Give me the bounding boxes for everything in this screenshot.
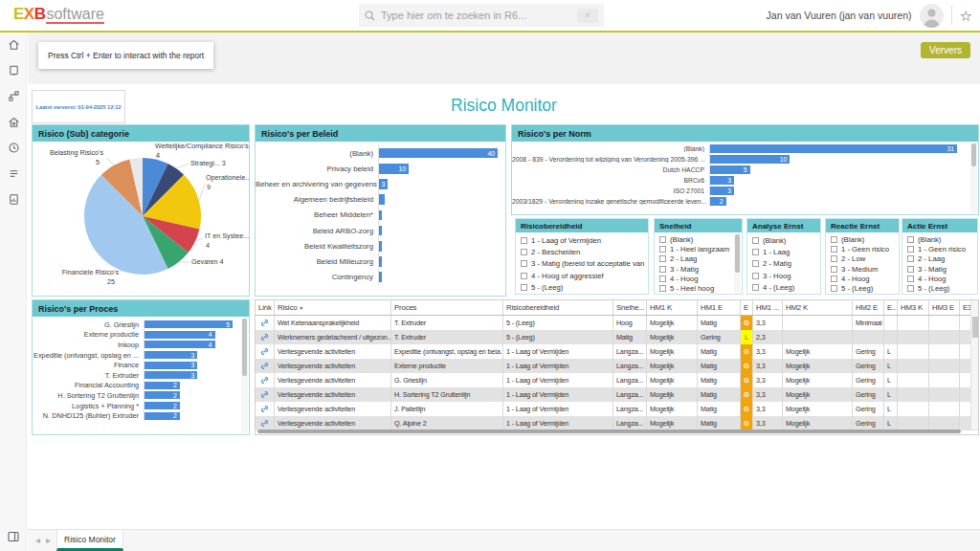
bar-row[interactable]: T. Extruder3: [33, 370, 249, 381]
bar[interactable]: 5: [710, 165, 750, 174]
bar[interactable]: 3: [145, 351, 197, 359]
bar-row[interactable]: Privacy beleid10: [256, 161, 505, 176]
filter-option[interactable]: 3 - Matig: [907, 264, 974, 274]
bar[interactable]: 40: [379, 148, 498, 159]
bar[interactable]: 2: [145, 402, 180, 409]
bar-row[interactable]: 2003/1829 - Verordening inzake genetisch…: [512, 196, 978, 207]
bar-row[interactable]: Beheer en archivering van gegevens3: [256, 176, 505, 191]
filter-option[interactable]: 2 - Laag: [659, 254, 739, 264]
table-row[interactable]: Verliesgevende activiteitenQ. Alpine 21 …: [256, 416, 978, 430]
filter-option[interactable]: (Blank): [907, 234, 974, 244]
clock-icon[interactable]: [8, 142, 20, 154]
filter-option[interactable]: 1 - Geen risico: [831, 244, 896, 253]
monitor-icon[interactable]: [8, 64, 20, 77]
table-row[interactable]: Werknemers gedetacheerd / uitgezon...T. …: [256, 330, 978, 344]
bar[interactable]: 3: [145, 362, 197, 369]
bar-row[interactable]: Beheer Middelen*: [256, 208, 505, 223]
bar[interactable]: 3: [379, 179, 388, 189]
pie-chart[interactable]: Wettelijke/Compliance Risico's4Strategi.…: [33, 142, 249, 296]
bar[interactable]: 10: [710, 155, 790, 164]
column-header[interactable]: E: [741, 300, 753, 315]
checkbox[interactable]: [521, 273, 527, 279]
building-icon[interactable]: [8, 116, 20, 128]
home-icon[interactable]: [8, 38, 20, 51]
bar-chart-proces[interactable]: G. Grieslijn5Externe productie4Inkoop4Ex…: [33, 317, 249, 434]
filter-option[interactable]: 5 - (Leeg): [521, 282, 645, 294]
link-icon[interactable]: [260, 390, 269, 399]
table-row[interactable]: Verliesgevende activiteitenH. Sortering …: [256, 387, 978, 402]
bar-row[interactable]: Logistics + Planning *2: [33, 401, 249, 411]
bar[interactable]: 10: [379, 164, 409, 174]
checkbox[interactable]: [752, 273, 759, 279]
filter-option[interactable]: 4 - Hoog: [907, 274, 974, 283]
column-header[interactable]: Link: [256, 300, 275, 315]
column-header[interactable]: HM3 K: [898, 300, 929, 315]
bar[interactable]: [379, 210, 382, 221]
bar-row[interactable]: Financial Accounting2: [33, 381, 249, 391]
filter-option[interactable]: 1 - Laag: [752, 246, 817, 257]
bar-row[interactable]: Algemeen bedrijfsbeleid: [256, 192, 505, 208]
bar-row[interactable]: BRCv63: [512, 175, 978, 186]
filter-option[interactable]: 3 - Matig: [659, 264, 739, 274]
table-row[interactable]: Wet KetenaansprakelijkheidT. Extruder5 -…: [256, 316, 978, 330]
bar-row[interactable]: N. DNHD125 (Buhler) Extruder2: [33, 410, 249, 421]
bar-row[interactable]: Externe productie4: [33, 330, 249, 341]
column-header[interactable]: Risico▼: [275, 300, 391, 315]
checkbox[interactable]: [831, 236, 837, 243]
bar[interactable]: 3: [710, 187, 734, 195]
search-clear-button[interactable]: ×: [577, 9, 598, 23]
bar-row[interactable]: Dutch HACCP5: [512, 165, 978, 175]
checkbox[interactable]: [659, 285, 666, 292]
checkbox[interactable]: [752, 284, 759, 291]
filter-option[interactable]: 5 - (Leeg): [907, 283, 974, 293]
filter-option[interactable]: 3 - Medium: [831, 264, 896, 274]
filter-option[interactable]: 1 - Heel langzaam: [659, 244, 739, 253]
bar-row[interactable]: Beleid Kwaliteitszorg: [256, 238, 505, 253]
table-row[interactable]: Verliesgevende activiteitenJ. Palletlijn…: [256, 402, 978, 416]
column-header[interactable]: HM2 E: [853, 300, 884, 315]
bar[interactable]: [379, 272, 382, 282]
bar-row[interactable]: ISO 270013: [512, 186, 978, 196]
filter-option[interactable]: 2 - Matig: [752, 258, 817, 270]
column-header[interactable]: HM1 E: [698, 300, 741, 315]
filter-option[interactable]: 5 - (Leeg): [831, 283, 896, 293]
bar[interactable]: 3: [145, 371, 197, 379]
filter-option[interactable]: 4 - Hoog: [831, 274, 896, 283]
filter-option[interactable]: 1 - Laag of Vermijden: [521, 234, 645, 246]
checkbox[interactable]: [659, 255, 666, 262]
checkbox[interactable]: [521, 237, 527, 244]
checkbox[interactable]: [831, 285, 837, 292]
checkbox[interactable]: [907, 236, 914, 243]
bar-row[interactable]: Expeditie (ontvangst, opslag en ...3: [33, 350, 249, 361]
table-vertical-scrollbar[interactable]: [970, 300, 978, 430]
bar-chart-beleid[interactable]: (Blank)40Privacy beleid10Beheer en archi…: [256, 142, 505, 296]
avatar[interactable]: [920, 4, 944, 28]
link-icon[interactable]: [260, 333, 269, 342]
bar-row[interactable]: (Blank)40: [256, 145, 505, 161]
bar[interactable]: [379, 241, 382, 252]
checkbox[interactable]: [831, 266, 837, 273]
bar[interactable]: 2: [710, 197, 726, 206]
link-icon[interactable]: [260, 419, 269, 428]
filter-option[interactable]: (Blank): [831, 234, 896, 244]
checkbox[interactable]: [659, 246, 666, 253]
bar[interactable]: 5: [145, 320, 233, 328]
checkbox[interactable]: [907, 276, 914, 282]
filter-option[interactable]: 5 - Heel hoog: [659, 283, 739, 293]
bar[interactable]: 2: [145, 391, 180, 399]
hierarchy-icon[interactable]: [8, 90, 20, 102]
bar-row[interactable]: (Blank)31: [512, 143, 978, 154]
checkbox[interactable]: [521, 249, 527, 255]
bar-row[interactable]: Finance3: [33, 360, 249, 370]
checkbox[interactable]: [907, 285, 914, 292]
scrollbar[interactable]: [241, 318, 248, 433]
bar[interactable]: [379, 226, 382, 236]
exb-logo[interactable]: EXBsoftware: [13, 5, 104, 24]
bar[interactable]: 4: [145, 331, 215, 339]
bar-chart-norm[interactable]: (Blank)312008 - 839 - Verordening tot wi…: [512, 142, 978, 214]
tab-risico-monitor[interactable]: Risico Monitor: [56, 530, 123, 551]
report-icon[interactable]: [8, 193, 20, 206]
checkbox[interactable]: [659, 266, 666, 273]
checkbox[interactable]: [831, 276, 837, 282]
scrollbar[interactable]: [734, 233, 741, 293]
